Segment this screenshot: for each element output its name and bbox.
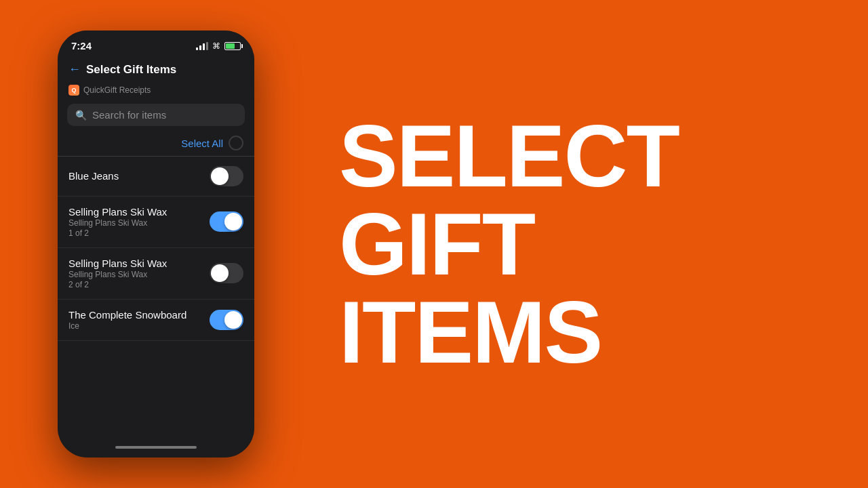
- list-item[interactable]: The Complete Snowboard Ice: [58, 300, 254, 341]
- item-info: The Complete Snowboard Ice: [68, 309, 210, 331]
- search-icon: 🔍: [75, 110, 87, 121]
- toggle-switch[interactable]: [210, 211, 243, 232]
- quickgift-icon: Q: [68, 85, 79, 96]
- select-all-label: Select All: [181, 138, 223, 149]
- toggle-switch[interactable]: [210, 166, 243, 186]
- list-item[interactable]: Selling Plans Ski Wax Selling Plans Ski …: [58, 248, 254, 300]
- big-title-line1: SELECT GIFT: [339, 112, 841, 288]
- toggle-thumb: [224, 311, 242, 329]
- list-item[interactable]: Selling Plans Ski Wax Selling Plans Ski …: [58, 197, 254, 248]
- item-title: Blue Jeans: [68, 170, 210, 182]
- toggle-thumb: [211, 167, 229, 185]
- item-subtitle2: 2 of 2: [68, 280, 210, 289]
- source-label: Q QuickGift Receipts: [58, 82, 254, 100]
- status-icons: ⌘: [196, 41, 241, 51]
- battery-icon: [224, 42, 241, 50]
- wifi-icon: ⌘: [212, 41, 220, 51]
- app-content: ← Select Gift Items Q QuickGift Receipts…: [58, 56, 254, 437]
- home-bar: [115, 446, 197, 449]
- source-text: QuickGift Receipts: [83, 85, 151, 95]
- select-all-circle[interactable]: [229, 136, 243, 150]
- status-bar: 7:24 ⌘: [58, 30, 254, 56]
- header-title: Select Gift Items: [86, 63, 176, 77]
- search-placeholder: Search for items: [92, 109, 166, 121]
- item-subtitle2: 1 of 2: [68, 228, 210, 238]
- item-title: Selling Plans Ski Wax: [68, 258, 210, 269]
- search-container: 🔍 Search for items: [58, 100, 254, 131]
- toggle-thumb: [211, 264, 229, 282]
- search-bar[interactable]: 🔍 Search for items: [67, 104, 245, 126]
- item-subtitle: Selling Plans Ski Wax: [68, 270, 210, 279]
- item-info: Selling Plans Ski Wax Selling Plans Ski …: [68, 206, 210, 238]
- toggle-thumb: [224, 213, 242, 230]
- app-header: ← Select Gift Items: [58, 56, 254, 82]
- status-time: 7:24: [71, 40, 92, 52]
- item-info: Selling Plans Ski Wax Selling Plans Ski …: [68, 258, 210, 289]
- signal-icon: [196, 42, 208, 50]
- left-panel: 7:24 ⌘ ← Select Gift Items: [0, 0, 312, 488]
- item-subtitle: Ice: [68, 321, 210, 331]
- back-button[interactable]: ←: [68, 62, 81, 77]
- toggle-switch[interactable]: [210, 263, 243, 283]
- home-indicator: [58, 437, 254, 458]
- toggle-switch[interactable]: [210, 310, 243, 330]
- list-item[interactable]: Blue Jeans: [58, 157, 254, 197]
- item-subtitle: Selling Plans Ski Wax: [68, 218, 210, 228]
- select-all-row[interactable]: Select All: [58, 131, 254, 156]
- item-title: The Complete Snowboard: [68, 309, 210, 321]
- big-title-line2: ITEMS: [339, 288, 841, 376]
- big-title-container: SELECT GIFT ITEMS: [339, 112, 841, 376]
- item-info: Blue Jeans: [68, 170, 210, 182]
- phone-mockup: 7:24 ⌘ ← Select Gift Items: [58, 30, 254, 458]
- items-list: Blue Jeans Selling Plans Ski Wax Selling…: [58, 157, 254, 438]
- right-panel: SELECT GIFT ITEMS: [312, 0, 868, 488]
- item-title: Selling Plans Ski Wax: [68, 206, 210, 218]
